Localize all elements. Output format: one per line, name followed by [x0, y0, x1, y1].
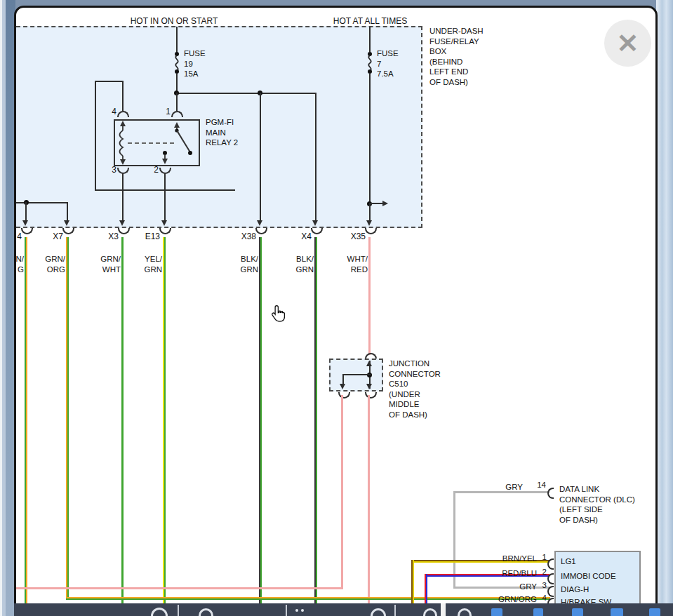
- arrowhead: [366, 384, 372, 389]
- wire-color-label: GRN/ORG: [32, 254, 65, 274]
- app-screen: HOT IN ON OR START HOT AT ALL TIMES UNDE…: [0, 0, 673, 616]
- wire-segment: [369, 27, 371, 52]
- fuse19-label: FUSE 19 15A: [184, 48, 206, 79]
- connector-pin-label: E13: [132, 232, 160, 242]
- arrowhead: [340, 384, 345, 389]
- connector-pin-label: X35: [338, 232, 366, 242]
- wire-segment: [67, 202, 68, 220]
- offpage-arrowhead: [382, 201, 388, 206]
- arrowhead: [312, 220, 318, 226]
- arrowhead: [161, 220, 167, 226]
- toolbar-gap: [441, 603, 446, 616]
- options-icon[interactable]: [295, 609, 298, 612]
- wire-grn-wht: [121, 237, 124, 603]
- wire-color-label: BRN/YEL: [488, 554, 537, 564]
- page-icon[interactable]: [533, 608, 543, 616]
- close-icon: ✕: [617, 28, 639, 59]
- relay-pin-label: 2: [139, 165, 159, 175]
- wire-color-label: RED/BLU: [488, 568, 537, 579]
- connector-pin-label: X4: [284, 232, 312, 242]
- close-button[interactable]: ✕: [604, 20, 651, 67]
- connector-pin-label: X3: [91, 232, 119, 242]
- zoom-icon[interactable]: [151, 608, 168, 616]
- options-icon[interactable]: [301, 609, 304, 612]
- wire-wht-red: [368, 395, 370, 603]
- connector-pin-number: 4: [533, 593, 547, 603]
- wire-blk-grn: [314, 237, 317, 603]
- page-icon[interactable]: [491, 608, 502, 616]
- circle-icon[interactable]: [423, 608, 437, 616]
- wire-segment: [369, 74, 371, 204]
- wire-segment: [369, 203, 383, 204]
- relay-pin-label: 3: [97, 165, 116, 175]
- wire-wht-red: [341, 395, 343, 589]
- refresh-icon[interactable]: [371, 608, 386, 616]
- wire-color-label: BLK/GRN: [225, 254, 258, 274]
- connector-row-label: DIAG-H: [561, 584, 589, 595]
- connector-pin-label: X38: [228, 232, 256, 242]
- wire-wht-red: [368, 237, 371, 355]
- power-label-left: HOT IN ON OR START: [125, 16, 223, 27]
- fuse-box-note: UNDER-DASH FUSE/RELAY BOX (BEHIND LEFT E…: [429, 26, 484, 87]
- connector-pin-number: 3: [533, 580, 547, 591]
- bottom-toolbar: [14, 603, 673, 616]
- wire-color-label: GRN/WHT: [87, 254, 121, 274]
- wire-color-label: GRY: [488, 582, 537, 592]
- connector-pin-number: 2: [533, 567, 547, 577]
- wire-segment: [25, 202, 27, 220]
- connector-pin-arc: [547, 586, 554, 597]
- search-icon[interactable]: [199, 608, 213, 616]
- connector-pin-arc: [547, 573, 554, 584]
- relay-label: PGM-FI MAIN RELAY 2: [206, 117, 238, 148]
- wire-grn-org: [66, 597, 550, 600]
- wire-color-label: YEL/GRN: [128, 254, 162, 274]
- wire-segment: [122, 82, 124, 111]
- wire-wht-red: [16, 587, 343, 589]
- wire-segment: [176, 93, 316, 94]
- wire-segment: [95, 81, 124, 82]
- wire-segment: [315, 93, 316, 220]
- dlc-pin-number: 14: [528, 480, 546, 490]
- hand-cursor-icon: [271, 305, 285, 323]
- wire-brn-yel: [411, 560, 414, 603]
- relay-pin-label: 4: [97, 107, 116, 117]
- fuse-symbol-7: [365, 51, 375, 75]
- page-icon[interactable]: [572, 608, 583, 616]
- wire-color-label: GRY: [491, 482, 523, 493]
- wire-segment: [369, 204, 371, 220]
- wire-grn-org: [66, 237, 69, 600]
- toolbar-divider: [286, 605, 287, 616]
- page-icon[interactable]: [611, 608, 623, 616]
- wire-color-label: WHT/RED: [334, 254, 368, 274]
- wire-segment: [342, 374, 371, 375]
- wire-color-label: N/G: [0, 254, 24, 274]
- connector-row-label: IMMOBI CODE: [561, 571, 616, 582]
- wire-segment: [260, 93, 261, 220]
- wire-grn-org: [25, 237, 27, 603]
- toolbar-divider: [394, 605, 396, 616]
- arrowhead: [119, 220, 125, 226]
- arrowhead: [64, 220, 69, 226]
- connector-pin-label: 4: [0, 232, 22, 242]
- wire-segment: [176, 93, 178, 111]
- toolbar-divider: [178, 605, 179, 616]
- page-icon[interactable]: [649, 608, 660, 616]
- arrowhead: [257, 220, 262, 226]
- wire-blk-grn: [259, 237, 262, 603]
- arrowhead: [366, 361, 372, 366]
- junction-note: JUNCTION CONNECTOR C510 (UNDER MIDDLE OF…: [389, 359, 441, 420]
- wire-segment: [95, 81, 96, 191]
- wire-yel-grn: [163, 237, 166, 603]
- circle-icon[interactable]: [458, 608, 472, 616]
- right-window-bar: [656, 0, 673, 616]
- wire-red-blu: [425, 574, 427, 603]
- relay-pin-label: 1: [151, 107, 171, 117]
- arrowhead: [366, 220, 372, 226]
- connector-pin-label: X7: [35, 232, 63, 242]
- dlc-note: DATA LINK CONNECTOR (DLC) (LEFT SIDE OF …: [559, 484, 635, 525]
- fuse7-label: FUSE 7 7.5A: [377, 48, 399, 79]
- arrowhead: [22, 220, 28, 226]
- wire-color-label: BLK/GRN: [280, 254, 314, 274]
- dlc-pin-arc: [547, 488, 554, 499]
- wire-segment: [122, 173, 124, 220]
